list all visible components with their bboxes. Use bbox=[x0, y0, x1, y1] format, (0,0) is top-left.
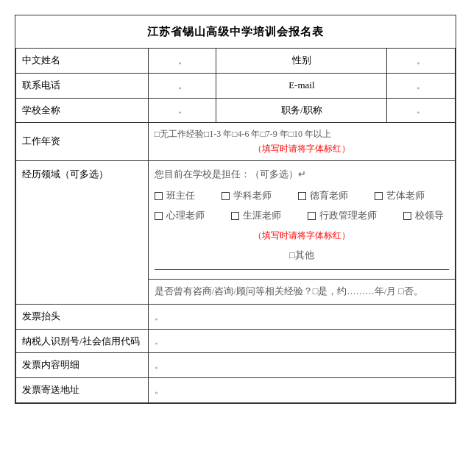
exp-row2: 心理老师 生涯老师 行政管理老师 校领导 bbox=[155, 207, 449, 225]
email-value[interactable]: 。 bbox=[387, 73, 456, 98]
invoice-address-label: 发票寄送地址 bbox=[16, 378, 149, 403]
workyears-options-cell[interactable]: □无工作经验□1-3 年□4-6 年□7-9 年□10 年以上 （填写时请将字体… bbox=[148, 123, 455, 160]
cb-moral-teacher[interactable]: 德育老师 bbox=[298, 187, 348, 205]
invoice-address-value[interactable]: 。 bbox=[148, 378, 455, 403]
name-value[interactable]: 。 bbox=[148, 49, 216, 74]
cb-psych-teacher[interactable]: 心理老师 bbox=[155, 207, 205, 225]
workyears-label: 工作年资 bbox=[16, 123, 149, 160]
exp-note: （填写时请将字体标红） bbox=[253, 231, 350, 240]
registration-form: 江苏省锡山高级中学培训会报名表 中文姓名 。 性别 。 联系电话 。 E-mai… bbox=[15, 15, 456, 404]
tax-id-value[interactable]: 。 bbox=[148, 329, 455, 353]
cb-principal[interactable]: 校领导 bbox=[403, 207, 444, 225]
phone-label: 联系电话 bbox=[16, 73, 149, 98]
invoice-header-label: 发票抬头 bbox=[16, 305, 149, 330]
gender-label: 性别 bbox=[216, 49, 387, 74]
cb-class-teacher[interactable]: 班主任 bbox=[155, 187, 195, 205]
gender-value[interactable]: 。 bbox=[387, 49, 456, 74]
cb-career-teacher[interactable]: 生涯老师 bbox=[231, 207, 281, 225]
consulting-cell[interactable]: 是否曾有咨商/咨询/顾问等相关经验？□是，约………年/月 □否。 bbox=[148, 279, 455, 304]
cb-subject-teacher[interactable]: 学科老师 bbox=[222, 187, 272, 205]
email-label: E-mail bbox=[216, 73, 387, 98]
position-label: 职务/职称 bbox=[216, 98, 387, 123]
workyears-note: （填写时请将字体标红） bbox=[155, 142, 449, 156]
school-label: 学校全称 bbox=[16, 98, 149, 123]
experience-content[interactable]: 您目前在学校是担任：（可多选）↵ 班主任 学科老师 德育老师 艺体老师 心理老师… bbox=[148, 160, 455, 279]
consulting-text: 是否曾有咨商/咨询/顾问等相关经验？□是，约………年/月 □否。 bbox=[155, 286, 423, 296]
exp-row1: 班主任 学科老师 德育老师 艺体老师 bbox=[155, 187, 449, 205]
experience-label: 经历领域（可多选） bbox=[16, 160, 149, 304]
phone-value[interactable]: 。 bbox=[148, 73, 216, 98]
cb-art-teacher[interactable]: 艺体老师 bbox=[375, 187, 425, 205]
tax-id-label: 纳税人识别号/社会信用代码 bbox=[16, 329, 149, 353]
exp-other[interactable]: □其他 bbox=[289, 250, 314, 260]
invoice-header-value[interactable]: 。 bbox=[148, 305, 455, 330]
exp-underline bbox=[155, 269, 449, 270]
form-title: 江苏省锡山高级中学培训会报名表 bbox=[16, 15, 456, 49]
invoice-detail-value[interactable]: 。 bbox=[148, 353, 455, 378]
position-value[interactable]: 。 bbox=[387, 98, 456, 123]
exp-intro: 您目前在学校是担任：（可多选）↵ bbox=[155, 166, 449, 184]
invoice-detail-label: 发票内容明细 bbox=[16, 353, 149, 378]
workyears-options-text: □无工作经验□1-3 年□4-6 年□7-9 年□10 年以上 bbox=[155, 127, 449, 141]
school-value[interactable]: 。 bbox=[148, 98, 216, 123]
name-label: 中文姓名 bbox=[16, 49, 149, 74]
cb-admin-teacher[interactable]: 行政管理老师 bbox=[308, 207, 377, 225]
